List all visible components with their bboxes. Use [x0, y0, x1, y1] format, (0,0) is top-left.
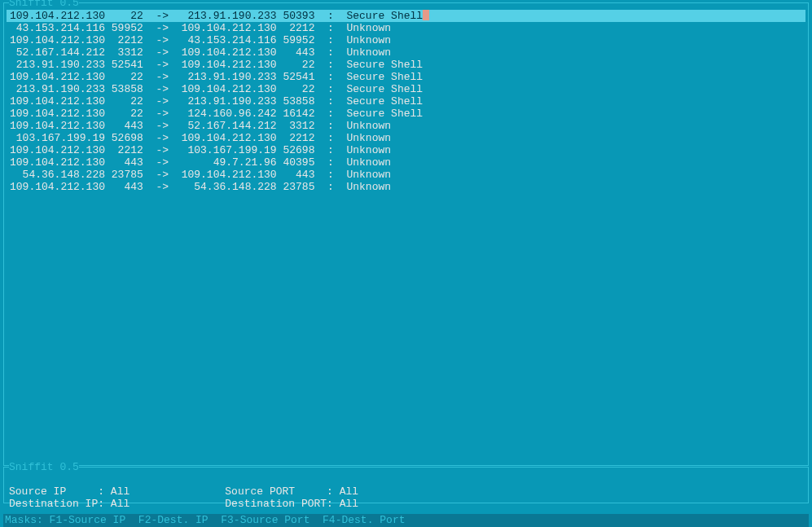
connection-row[interactable]: 109.104.212.130 443 -> 52.167.144.212 33…: [7, 120, 805, 132]
connections-panel: Sniffit 0.5 109.104.212.130 22 -> 213.91…: [3, 2, 809, 466]
connection-row[interactable]: 109.104.212.130 2212 -> 103.167.199.19 5…: [7, 144, 805, 156]
cursor-icon: [423, 10, 429, 20]
connection-row[interactable]: 109.104.212.130 2212 -> 43.153.214.116 5…: [7, 34, 805, 46]
connections-panel-title: Sniffit 0.5: [9, 0, 79, 9]
dest-ip-label: Destination IP:: [9, 498, 104, 510]
connection-row[interactable]: 103.167.199.19 52698 -> 109.104.212.130 …: [7, 132, 805, 144]
connection-row[interactable]: 109.104.212.130 22 -> 213.91.190.233 538…: [7, 95, 805, 108]
source-ip-value: All: [111, 485, 129, 498]
connection-row[interactable]: 109.104.212.130 22 -> 213.91.190.233 525…: [7, 71, 805, 83]
source-port-value: All: [340, 485, 358, 498]
connection-row[interactable]: 43.153.214.116 59952 -> 109.104.212.130 …: [7, 22, 805, 34]
source-ip-label: Source IP :: [9, 485, 104, 498]
connection-row[interactable]: 109.104.212.130 22 -> 124.160.96.242 161…: [7, 108, 805, 120]
connection-row[interactable]: 109.104.212.130 443 -> 49.7.21.96 40395 …: [7, 156, 805, 169]
terminal-screen: Sniffit 0.5 109.104.212.130 22 -> 213.91…: [0, 0, 812, 527]
filters-panel-title: Sniffit 0.5: [9, 461, 79, 473]
dest-port-value: All: [340, 498, 358, 510]
connection-row[interactable]: 52.167.144.212 3312 -> 109.104.212.130 4…: [7, 46, 805, 59]
source-port-label: Source PORT :: [225, 485, 333, 498]
connections-list[interactable]: 109.104.212.130 22 -> 213.91.190.233 503…: [7, 10, 805, 193]
filters-panel: Sniffit 0.5 Source IP : All Source PORT …: [3, 467, 809, 503]
filters-content: Source IP : All Source PORT : All Destin…: [9, 473, 358, 510]
dest-ip-value: All: [111, 498, 129, 510]
connection-row[interactable]: 213.91.190.233 53858 -> 109.104.212.130 …: [7, 83, 805, 95]
dest-port-label: Destination PORT:: [225, 498, 333, 510]
connection-row[interactable]: 109.104.212.130 443 -> 54.36.148.228 237…: [7, 181, 805, 193]
connection-row[interactable]: 54.36.148.228 23785 -> 109.104.212.130 4…: [7, 169, 805, 181]
footer-help-line: Masks: F1-Source IP F2-Dest. IP F3-Sourc…: [3, 514, 809, 527]
connection-row[interactable]: 109.104.212.130 22 -> 213.91.190.233 503…: [7, 10, 805, 22]
connection-row[interactable]: 213.91.190.233 52541 -> 109.104.212.130 …: [7, 59, 805, 71]
